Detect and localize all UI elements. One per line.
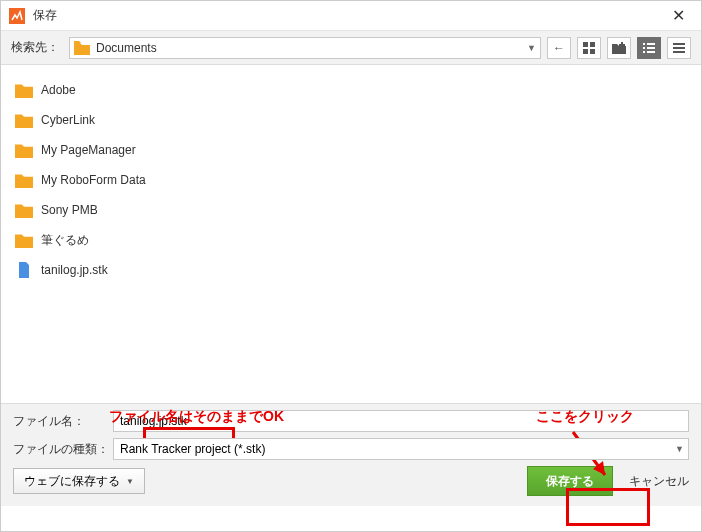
window-title: 保存 xyxy=(33,7,664,24)
new-folder-button[interactable] xyxy=(607,37,631,59)
location-text: Documents xyxy=(96,41,157,55)
cancel-button[interactable]: キャンセル xyxy=(629,469,689,493)
svg-rect-7 xyxy=(619,44,625,46)
chevron-down-icon: ▼ xyxy=(527,43,536,53)
filename-label: ファイル名： xyxy=(13,413,113,430)
file-name: My RoboForm Data xyxy=(41,173,146,187)
web-save-button[interactable]: ウェブに保存する ▼ xyxy=(13,468,145,494)
svg-rect-2 xyxy=(583,49,588,54)
search-label: 検索先： xyxy=(11,39,59,56)
svg-rect-8 xyxy=(643,43,645,45)
folder-item[interactable]: Sony PMB xyxy=(15,195,687,225)
folder-item[interactable]: My RoboForm Data xyxy=(15,165,687,195)
svg-rect-0 xyxy=(583,42,588,47)
svg-rect-12 xyxy=(643,51,645,53)
file-list: AdobeCyberLinkMy PageManagerMy RoboForm … xyxy=(1,65,701,403)
folder-item[interactable]: CyberLink xyxy=(15,105,687,135)
svg-rect-3 xyxy=(590,49,595,54)
view-list-button[interactable] xyxy=(637,37,661,59)
svg-rect-16 xyxy=(673,51,685,53)
folder-item[interactable]: Adobe xyxy=(15,75,687,105)
annotation-click: ここをクリック xyxy=(536,408,634,426)
back-button[interactable]: ← xyxy=(547,37,571,59)
folder-item[interactable]: My PageManager xyxy=(15,135,687,165)
filetype-select[interactable]: Rank Tracker project (*.stk) ▼ xyxy=(113,438,689,460)
filetype-label: ファイルの種類： xyxy=(13,441,113,458)
svg-rect-14 xyxy=(673,43,685,45)
chevron-down-icon: ▼ xyxy=(675,444,684,454)
file-item[interactable]: tanilog.jp.stk xyxy=(15,255,687,285)
folder-item[interactable]: 筆ぐるめ xyxy=(15,225,687,255)
file-name: 筆ぐるめ xyxy=(41,232,89,249)
svg-rect-15 xyxy=(673,47,685,49)
view-detail-button[interactable] xyxy=(667,37,691,59)
triangle-down-icon: ▼ xyxy=(126,477,134,486)
close-icon[interactable]: ✕ xyxy=(664,4,693,27)
svg-rect-9 xyxy=(647,43,655,45)
location-dropdown[interactable]: Documents ▼ xyxy=(69,37,541,59)
toolbar: 検索先： Documents ▼ ← xyxy=(1,31,701,65)
file-name: Adobe xyxy=(41,83,76,97)
svg-rect-1 xyxy=(590,42,595,47)
file-name: Sony PMB xyxy=(41,203,98,217)
annotation-filename: ファイル名はそのままでOK xyxy=(109,408,284,426)
svg-rect-11 xyxy=(647,47,655,49)
app-icon xyxy=(9,8,25,24)
file-name: CyberLink xyxy=(41,113,95,127)
titlebar: 保存 ✕ xyxy=(1,1,701,31)
file-name: tanilog.jp.stk xyxy=(41,263,108,277)
file-name: My PageManager xyxy=(41,143,136,157)
svg-rect-13 xyxy=(647,51,655,53)
view-grid-button[interactable] xyxy=(577,37,601,59)
filetype-value: Rank Tracker project (*.stk) xyxy=(120,442,265,456)
svg-rect-10 xyxy=(643,47,645,49)
